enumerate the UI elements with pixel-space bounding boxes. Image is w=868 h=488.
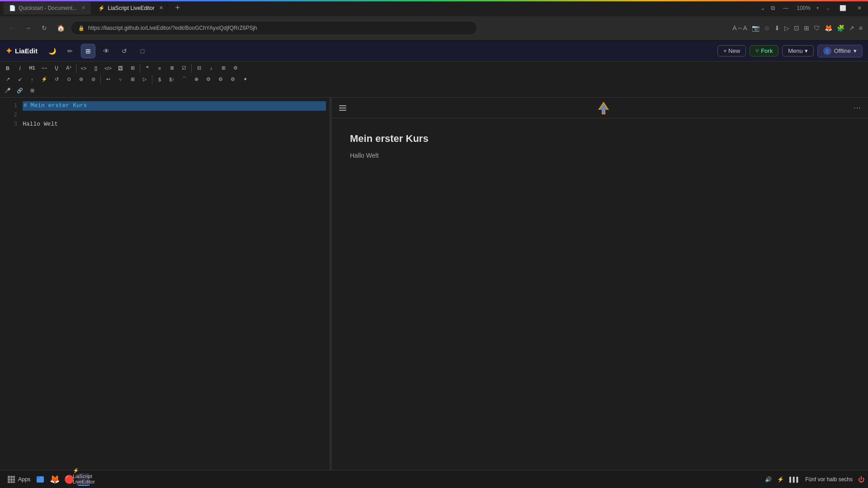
menu-dots-icon[interactable]: ≡ [859,24,863,32]
toolbar-code-block[interactable]: </> [102,63,114,74]
taskbar-liascript-icon[interactable]: ⚡ LiaScript LiveEditor ... [77,473,90,486]
play-icon[interactable]: ▷ [784,24,789,32]
taskbar-firefox-icon[interactable]: 🦊 [48,473,61,486]
toolbar-arc[interactable]: ⌒ [178,74,190,85]
toolbar-bold[interactable]: B [2,63,14,74]
toolbar-link[interactable]: [] [90,63,102,74]
dark-mode-button[interactable]: 🌙 [45,44,59,58]
toolbar-plus[interactable]: ⊕ [190,74,202,85]
refresh-button[interactable]: ↺ [117,44,132,58]
back-button[interactable]: ← [5,22,18,34]
preview-dots-menu[interactable]: ⋯ [854,103,861,112]
star-icon[interactable]: ☆ [764,24,770,32]
new-button[interactable]: + New [717,45,746,56]
pip-icon[interactable]: ⧉ [771,5,775,12]
toolbar-effect[interactable]: ↙ [14,74,26,85]
toolbar-link2[interactable]: 🔗 [14,85,26,96]
maximize-button[interactable]: ⬜ [837,4,849,12]
taskbar-files-icon[interactable] [34,473,47,486]
toolbar-mic[interactable]: 🎤 [2,85,14,96]
edit-mode-button[interactable]: ✏ [63,44,77,58]
tab-search-icon[interactable]: ⌄ [760,5,765,11]
shield-icon[interactable]: 🛡 [814,24,820,32]
split-mode-button[interactable]: ⊞ [81,44,95,58]
toolbar-strikethrough[interactable]: ~~ [38,63,50,74]
toolbar-task[interactable]: ☑ [178,63,190,74]
toolbar-image[interactable]: 🖼 [114,63,126,74]
toolbar-formula[interactable]: ⊟ [193,63,205,74]
sidebar-icon[interactable]: ⊡ [794,24,799,32]
zoom-in-button[interactable]: + [816,5,819,11]
download-icon[interactable]: ⬇ [774,24,780,32]
battery-icon[interactable]: ⚡ [777,476,784,483]
reload-button[interactable]: ↻ [38,22,51,34]
toolbar-audio[interactable]: ♪ [205,63,217,74]
toolbar-inline-code[interactable]: <> [78,63,90,74]
toolbar-quote[interactable]: ❝ [142,63,153,74]
toolbar-dollar2[interactable]: $↑ [166,74,178,85]
power-icon[interactable]: ⏻ [858,476,864,483]
editor-content[interactable]: 1 # Mein erster Kurs 2 3 Hallo Welt [0,98,330,470]
toolbar-slash[interactable]: ⊘ [87,74,99,85]
zoom-level: 100% [797,5,811,11]
offline-button[interactable]: 👤 Offline ▾ [817,45,863,57]
toolbar-grid2[interactable]: ⊞ [127,74,138,85]
svg-rect-6 [10,479,13,481]
translate-icon[interactable]: A↔A [732,24,747,32]
toolbar-dollar[interactable]: $ [154,74,165,85]
fork-button[interactable]: ⑂ Fork [750,45,778,56]
tab-quickstart-close[interactable]: ✕ [81,5,85,11]
toolbar-italic[interactable]: I [14,63,26,74]
toolbar-undo[interactable]: ↩ [102,74,114,85]
firefox-icon[interactable]: 🦊 [825,24,832,32]
toolbar-cog3[interactable]: ⚙ [227,74,239,85]
toolbar-special[interactable]: ⚙ [230,63,241,74]
line-content-1[interactable]: # Mein erster Kurs [23,101,326,111]
toolbar-cog2[interactable]: ⚙ [215,74,226,85]
toolbar-star2[interactable]: ✦ [239,74,251,85]
home-button[interactable]: 🏠 [54,22,67,34]
toolbar-bullseye[interactable]: ⊚ [75,74,87,85]
toolbar-table[interactable]: ⊞ [127,63,138,74]
ext-icon[interactable]: 🧩 [837,24,844,32]
preview-hamburger[interactable] [339,105,346,111]
toolbar-cog1[interactable]: ⚙ [203,74,214,85]
toolbar-ul[interactable]: ≡ [154,63,165,74]
settings-button[interactable]: □ [135,44,150,58]
menu-button[interactable]: Menu ▾ [782,45,814,56]
toolbar-circle[interactable]: ⊙ [63,74,75,85]
liascript-taskbar-icon: ⚡ LiaScript LiveEditor ... [73,468,95,488]
signal-icon[interactable]: ▌▌▌ [789,477,800,482]
volume-icon[interactable]: 🔊 [765,476,772,483]
toolbar-video[interactable]: ⊞ [217,63,229,74]
menu-button-label: Menu [788,47,803,54]
minimize-button[interactable]: — [780,4,791,12]
address-input[interactable]: 🔒 https://liascript.github.io/LiveEditor… [71,21,477,35]
share-icon[interactable]: ↗ [849,24,854,32]
preview-mode-button[interactable]: 👁 [99,44,113,58]
toolbar-ol[interactable]: ≣ [166,63,178,74]
sep5 [152,75,152,84]
screenshot-icon[interactable]: 📷 [752,24,760,32]
new-tab-button[interactable]: + [172,3,183,14]
toolbar-underline[interactable]: U̱ [51,63,62,74]
tab-liascript-close[interactable]: ✕ [159,5,163,11]
preview-title: Mein erster Kurs [350,133,850,145]
tab-quickstart[interactable]: 📄 Quickstart - Document... ✕ [4,2,91,14]
toolbar-lightning[interactable]: ⚡ [38,74,50,85]
toolbar-play[interactable]: ▷ [139,74,151,85]
toolbar-fade[interactable]: ↑ [26,74,38,85]
toolbar-h1[interactable]: H1 [26,63,38,74]
tab-liascript[interactable]: ⚡ LiaScript LiveEditor ✕ [93,2,168,14]
toolbar-fork2[interactable]: ⑂ [114,74,126,85]
line-content-3[interactable]: Hallo Welt [23,120,326,129]
toolbar-superscript[interactable]: Aˢ [63,63,75,74]
close-button[interactable]: ✕ [854,4,864,12]
expand-button[interactable]: ⌵ [826,5,830,11]
toolbar-animate[interactable]: ↗ [2,74,14,85]
toolbar-grid3[interactable]: ⊞ [26,85,38,96]
taskbar-apps-button[interactable]: Apps [4,475,34,483]
toolbar-rotate[interactable]: ↺ [51,74,62,85]
forward-button[interactable]: → [22,22,34,34]
grid-icon[interactable]: ⊞ [804,24,809,32]
